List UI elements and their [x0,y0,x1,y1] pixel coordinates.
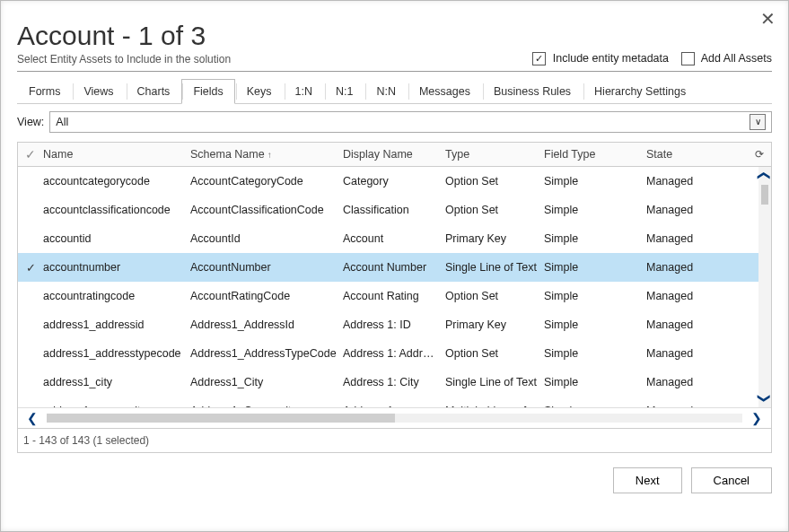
cell-type: Single Line of Text [445,376,544,388]
cell-schema: Address1_Composite [190,405,343,407]
tab-forms[interactable]: Forms [17,79,72,103]
column-header-schema[interactable]: Schema Name↑ [190,148,343,161]
cell-state: Managed [646,261,735,274]
cell-fieldtype: Simple [544,290,646,302]
table-row[interactable]: address1_addresstypecodeAddress1_Address… [18,339,758,368]
scroll-thumb[interactable] [761,185,768,205]
cell-display: Account Number [343,261,445,274]
next-button[interactable]: Next [613,467,682,493]
cell-schema: AccountCategoryCode [190,175,343,188]
table-row[interactable]: address1_compositeAddress1_CompositeAddr… [18,397,758,407]
tab-1-n[interactable]: 1:N [284,79,324,103]
tab-n-n[interactable]: N:N [364,79,408,103]
select-all-checkbox[interactable]: ✓ [25,147,36,161]
cell-type: Multiple Lines of… [445,405,544,407]
tab-charts[interactable]: Charts [126,79,182,103]
horizontal-scrollbar[interactable]: ❮ ❯ [18,407,771,428]
table-row[interactable]: ✓accountnumberAccountNumberAccount Numbe… [18,253,758,282]
include-metadata-checkbox[interactable]: ✓ [532,52,546,65]
table-row[interactable]: accountclassificationcodeAccountClassifi… [18,196,758,224]
table-row[interactable]: address1_cityAddress1_CityAddress 1: Cit… [18,368,758,397]
cell-name: address1_city [43,376,190,388]
cell-type: Option Set [445,204,544,216]
cell-name: address1_composite [43,405,190,407]
table-body: accountcategorycodeAccountCategoryCodeCa… [18,167,758,407]
tab-keys[interactable]: Keys [235,79,284,103]
tab-fields[interactable]: Fields [181,79,234,104]
cell-name: address1_addressid [43,318,190,331]
table-row[interactable]: accountcategorycodeAccountCategoryCodeCa… [18,167,758,196]
cell-display: Category [343,175,445,188]
tab-hierarchy-settings[interactable]: Hierarchy Settings [583,79,697,103]
view-label: View: [17,116,44,128]
column-header-name[interactable]: Name [43,148,190,161]
tab-messages[interactable]: Messages [408,79,482,103]
column-header-fieldtype[interactable]: Field Type [544,148,646,161]
include-metadata-label: Include entity metadata [553,52,669,65]
sort-asc-icon: ↑ [267,150,272,160]
page-title: Account - 1 of 3 [17,21,231,51]
cell-fieldtype: Simple [544,318,646,331]
cell-schema: Address1_City [190,376,343,388]
cell-state: Managed [646,290,735,302]
column-header-display[interactable]: Display Name [343,148,445,161]
cell-state: Managed [646,175,735,188]
cancel-button[interactable]: Cancel [691,467,772,493]
cell-state: Managed [646,405,735,407]
cell-state: Managed [646,318,735,331]
tab-business-rules[interactable]: Business Rules [482,79,583,103]
cell-fieldtype: Simple [544,376,646,388]
view-select[interactable]: All ∨ [49,111,772,133]
cell-name: accountnumber [43,261,190,274]
cell-state: Managed [646,232,735,245]
cell-display: Address 1: ID [343,318,445,331]
cell-name: accountclassificationcode [43,204,190,216]
table-row[interactable]: address1_addressidAddress1_AddressIdAddr… [18,310,758,339]
tabs: FormsViewsChartsFieldsKeys1:NN:1N:NMessa… [17,79,772,104]
scroll-right-icon[interactable]: ❯ [751,411,762,425]
page-subtitle: Select Entity Assets to Include in the s… [17,53,231,65]
cell-state: Managed [646,376,735,388]
cell-fieldtype: Simple [544,405,646,407]
scroll-up-icon[interactable]: ❮ [758,170,771,181]
cell-display: Address 1: Addr… [343,347,445,360]
row-check-icon: ✓ [26,261,36,275]
chevron-down-icon[interactable]: ∨ [750,114,766,130]
table-row[interactable]: accountratingcodeAccountRatingCodeAccoun… [18,282,758,310]
cell-display: Account [343,232,445,245]
add-all-assets-option[interactable]: Add All Assets [681,52,772,65]
cell-type: Option Set [445,290,544,302]
cell-state: Managed [646,347,735,360]
scroll-left-icon[interactable]: ❮ [27,411,38,425]
table-row[interactable]: accountidAccountIdAccountPrimary KeySimp… [18,224,758,253]
dialog-account-assets: ✕ Account - 1 of 3 Select Entity Assets … [0,0,789,532]
cell-display: Classification [343,204,445,216]
tab-views[interactable]: Views [72,79,125,103]
cell-type: Primary Key [445,232,544,245]
cell-name: accountcategorycode [43,175,190,188]
cell-fieldtype: Simple [544,204,646,216]
add-all-assets-checkbox[interactable] [681,52,695,65]
check-icon: ✓ [535,54,543,64]
scroll-down-icon[interactable]: ❯ [758,393,771,404]
cell-fieldtype: Simple [544,232,646,245]
column-header-type[interactable]: Type [445,148,544,161]
close-icon[interactable]: ✕ [760,10,776,28]
cell-schema: AccountNumber [190,261,343,274]
cell-type: Option Set [445,347,544,360]
vertical-scrollbar[interactable]: ❮ ❯ [758,167,771,407]
column-header-state[interactable]: State [646,148,748,161]
cell-type: Single Line of Text [445,261,544,274]
tab-n-1[interactable]: N:1 [324,79,364,103]
cell-fieldtype: Simple [544,175,646,188]
cell-display: Address 1 [343,405,445,407]
cell-state: Managed [646,204,735,216]
cell-type: Option Set [445,175,544,188]
refresh-icon[interactable]: ⟳ [755,148,764,161]
cell-schema: Address1_AddressId [190,318,343,331]
hscroll-thumb[interactable] [47,414,395,423]
fields-table: ✓ Name Schema Name↑ Display Name Type Fi… [17,142,772,429]
include-metadata-option[interactable]: ✓ Include entity metadata [532,52,669,65]
add-all-assets-label: Add All Assets [701,52,772,65]
cell-name: accountratingcode [43,290,190,302]
